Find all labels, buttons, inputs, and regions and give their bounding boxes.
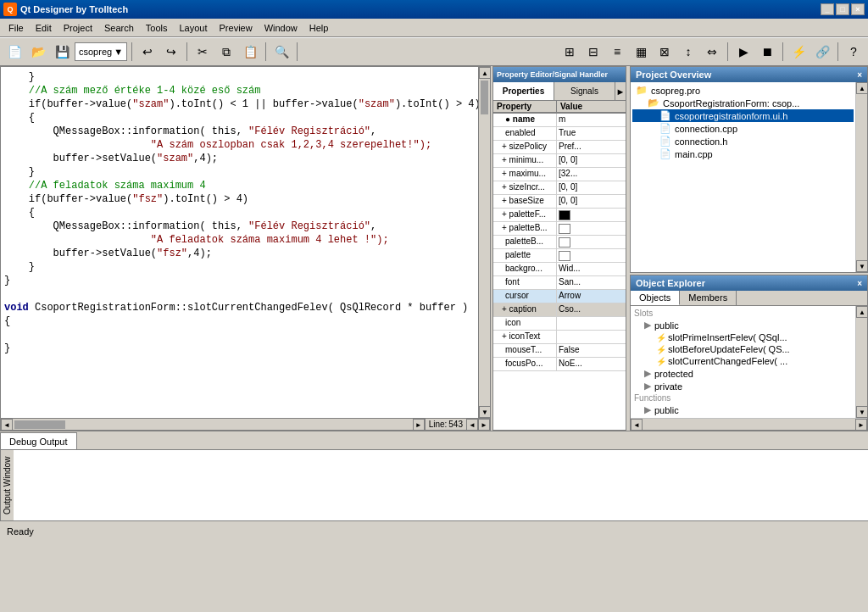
object-hscrollbar[interactable]: ◄ ►: [631, 418, 867, 430]
stop-button[interactable]: ⏹: [756, 41, 778, 63]
tree-item-public2[interactable]: ▶public: [632, 403, 854, 416]
obj-scroll-right[interactable]: ►: [855, 419, 867, 431]
obj-scroll-left[interactable]: ◄: [631, 419, 643, 431]
prop-row-focuspo[interactable]: focusPo... NoE...: [493, 358, 626, 371]
tree-item-connection-cpp[interactable]: 📄 connection.cpp: [632, 122, 854, 135]
columns-button[interactable]: ⊟: [582, 41, 604, 63]
prop-value-caption[interactable]: Cso...: [557, 303, 626, 316]
project-vscrollbar[interactable]: ▲ ▼: [855, 82, 867, 272]
copy-button[interactable]: ⧉: [215, 41, 237, 63]
menu-project[interactable]: Project: [58, 21, 97, 35]
tab-members[interactable]: Members: [680, 291, 737, 305]
paste-button[interactable]: 📋: [239, 41, 261, 63]
menu-window[interactable]: Window: [259, 21, 303, 35]
prop-value-background[interactable]: Wid...: [557, 263, 626, 275]
prop-row-palettef[interactable]: + paletteF...: [493, 209, 626, 222]
prop-value-maximum[interactable]: [32...: [557, 168, 626, 181]
h-scrollbar[interactable]: ◄ ►: [1, 419, 425, 430]
tree-item-slot1[interactable]: ⚡ slotPrimeInsertFelev( QSql...: [632, 331, 854, 343]
break-button[interactable]: ⊠: [654, 41, 676, 63]
prop-row-sizepolicy[interactable]: + sizePolicy Pref...: [493, 141, 626, 154]
combo-arrow-icon[interactable]: ▼: [114, 47, 123, 57]
scroll-right-button[interactable]: ►: [413, 419, 425, 431]
prop-row-name[interactable]: ● name m: [493, 114, 626, 127]
code-content[interactable]: } //A szám mező értéke 1-4 közé eső szám…: [1, 67, 478, 418]
maximize-button[interactable]: □: [836, 3, 849, 15]
tab-debug-output[interactable]: Debug Output: [0, 432, 77, 449]
prop-row-basesize[interactable]: + baseSize [0, 0]: [493, 195, 626, 209]
prop-value-focuspo[interactable]: NoE...: [557, 358, 626, 370]
space-button[interactable]: ↕: [677, 41, 699, 63]
menu-help[interactable]: Help: [304, 21, 334, 35]
prop-row-sizeincr[interactable]: + sizeIncr... [0, 0]: [493, 181, 626, 195]
find-button[interactable]: 🔍: [270, 41, 292, 63]
prop-row-mousett[interactable]: mouseT... False: [493, 344, 626, 358]
prop-row-background[interactable]: backgro... Wid...: [493, 263, 626, 276]
tree-item-main-cpp[interactable]: 📄 main.cpp: [632, 147, 854, 160]
prop-row-paletteb1[interactable]: + paletteB...: [493, 222, 626, 236]
resize-button[interactable]: ⇔: [701, 41, 723, 63]
tab-properties[interactable]: Properties: [493, 82, 554, 100]
cut-button[interactable]: ✂: [192, 41, 214, 63]
tree-item-protected[interactable]: ▶protected: [632, 367, 854, 380]
undo-button[interactable]: ↩: [136, 41, 159, 63]
close-button[interactable]: ×: [851, 3, 865, 15]
prop-value-enabled[interactable]: True: [557, 127, 626, 140]
prop-value-sizeincr[interactable]: [0, 0]: [557, 181, 626, 194]
tree-item-uih[interactable]: 📄 csoportregistrationform.ui.h: [632, 109, 854, 122]
menu-tools[interactable]: Tools: [141, 21, 173, 35]
connect-button[interactable]: 🔗: [811, 41, 833, 63]
grid-button[interactable]: ⊞: [559, 41, 581, 63]
tree-item-slot3[interactable]: ⚡ slotCurrentChangedFelev( ...: [632, 355, 854, 367]
tree-item-connection-h[interactable]: 📄 connection.h: [632, 135, 854, 147]
prop-value-paletteb2[interactable]: [557, 236, 626, 248]
output-text[interactable]: [14, 450, 868, 520]
tree-item-slot2[interactable]: ⚡ slotBeforeUpdateFelev( QS...: [632, 343, 854, 355]
minimize-button[interactable]: _: [821, 3, 834, 15]
object-explorer-close[interactable]: ×: [857, 279, 862, 288]
menu-preview[interactable]: Preview: [214, 21, 258, 35]
prop-value-palettef[interactable]: [557, 209, 626, 221]
scroll-next-button[interactable]: ►: [478, 419, 490, 431]
scroll-left-button[interactable]: ◄: [1, 419, 13, 431]
prop-value-icontext[interactable]: [557, 331, 626, 343]
scroll-thumb[interactable]: [481, 81, 488, 114]
new-button[interactable]: 📄: [3, 41, 25, 63]
prop-row-palette[interactable]: palette: [493, 249, 626, 263]
tab-signals[interactable]: Signals: [554, 82, 615, 100]
prop-value-font[interactable]: San...: [557, 276, 626, 289]
project-combo[interactable]: csopreg ▼: [75, 42, 127, 61]
prop-value-basesize[interactable]: [0, 0]: [557, 195, 626, 208]
code-vscrollbar[interactable]: ▲ ▼: [478, 67, 490, 418]
tab-objects[interactable]: Objects: [631, 291, 680, 305]
prop-row-caption[interactable]: + caption Cso...: [493, 303, 626, 317]
tree-item-form[interactable]: 📂 CsoportRegistrationForm: csop...: [632, 97, 854, 109]
menu-edit[interactable]: Edit: [31, 21, 57, 35]
h-scroll-thumb[interactable]: [14, 420, 65, 429]
obj-scroll-up[interactable]: ▲: [856, 306, 867, 318]
menu-file[interactable]: File: [3, 21, 29, 35]
prop-row-icontext[interactable]: + iconText: [493, 331, 626, 344]
scroll-down-button[interactable]: ▼: [479, 406, 490, 418]
save-button[interactable]: 💾: [51, 41, 73, 63]
prop-value-cursor[interactable]: Arrow: [557, 290, 626, 303]
redo-button[interactable]: ↪: [160, 41, 182, 63]
prop-arrow-button[interactable]: ►: [615, 82, 626, 100]
prop-row-paletteb2[interactable]: paletteB...: [493, 236, 626, 249]
prop-value-sizepolicy[interactable]: Pref...: [557, 141, 626, 153]
prop-row-font[interactable]: font San...: [493, 276, 626, 290]
object-vscrollbar[interactable]: ▲ ▼: [855, 306, 867, 418]
signal-button[interactable]: ⚡: [787, 41, 810, 63]
proj-scroll-down[interactable]: ▼: [856, 260, 867, 272]
prop-row-icon[interactable]: icon: [493, 317, 626, 331]
tree-item-public1[interactable]: ▶public: [632, 319, 854, 331]
prop-value-mousett[interactable]: False: [557, 344, 626, 357]
scroll-up-button[interactable]: ▲: [479, 67, 490, 79]
code-editor[interactable]: } //A szám mező értéke 1-4 közé eső szám…: [0, 66, 491, 431]
proj-scroll-up[interactable]: ▲: [856, 82, 867, 94]
tree-item-pro[interactable]: 📁 csopreg.pro: [632, 84, 854, 97]
obj-scroll-down[interactable]: ▼: [856, 406, 867, 418]
rows-button[interactable]: ≡: [606, 41, 628, 63]
tree-item-functions[interactable]: Functions: [632, 392, 854, 403]
project-overview-close[interactable]: ×: [857, 70, 862, 80]
